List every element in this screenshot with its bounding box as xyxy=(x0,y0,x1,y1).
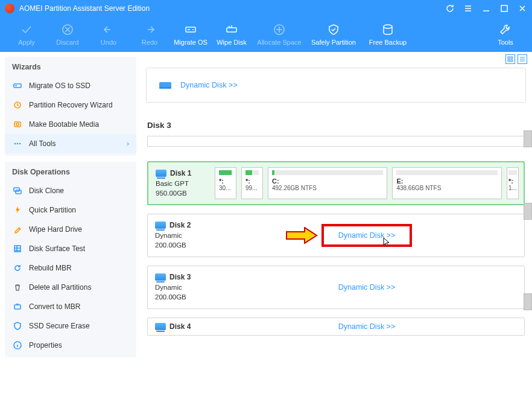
svg-rect-14 xyxy=(16,190,21,194)
sidebar-item-label: Disk Clone xyxy=(29,187,64,195)
refresh-button[interactable] xyxy=(445,4,455,13)
sidebar-item-label: Make Bootable Media xyxy=(29,120,99,129)
delete-all-icon xyxy=(12,282,23,293)
free-backup-button[interactable]: Free Backup xyxy=(361,23,415,46)
app-logo-icon xyxy=(5,4,14,13)
sidebar-item-secure-erase[interactable]: SSD Secure Erase xyxy=(5,316,136,336)
disk3-heading: Disk 3 xyxy=(147,121,525,130)
safely-partition-button[interactable]: Safely Partition xyxy=(306,23,361,46)
view-list-button[interactable] xyxy=(518,54,527,64)
sidebar-item-partition-recovery[interactable]: Partition Recovery Wizard xyxy=(5,95,136,115)
svg-rect-21 xyxy=(511,60,513,62)
partition-c[interactable]: C:492.26GB NTFS xyxy=(268,167,387,199)
sidebar-item-label: Convert to MBR xyxy=(29,302,80,311)
minimize-button[interactable] xyxy=(481,4,491,13)
quick-partition-icon xyxy=(12,205,23,215)
svg-rect-8 xyxy=(14,122,21,127)
disk-row-disk2[interactable]: Disk 2 Dynamic 200.00GB Dynamic Disk >> xyxy=(147,214,525,257)
wipe-disk-button[interactable]: Wipe Disk xyxy=(211,23,252,46)
sidebar-item-label: Properties xyxy=(29,341,62,350)
disk-icon xyxy=(155,323,166,330)
scroll-handle[interactable] xyxy=(524,203,532,220)
menu-button[interactable] xyxy=(463,4,473,13)
sidebar-item-convert-mbr[interactable]: Convert to MBR xyxy=(5,297,136,316)
surface-test-icon xyxy=(12,243,23,254)
disk-type: Basic GPT xyxy=(156,179,205,188)
annotation-arrow-icon xyxy=(285,227,318,244)
svg-rect-19 xyxy=(511,57,513,59)
disk-row-disk1[interactable]: Disk 1 Basic GPT 950.00GB *:30... *:99..… xyxy=(147,161,525,205)
safely-partition-label: Safely Partition xyxy=(311,39,356,46)
discard-icon xyxy=(61,23,74,36)
partition[interactable]: *:1... xyxy=(507,167,519,199)
backup-icon xyxy=(381,23,394,36)
app-title: AOMEI Partition Assistant Server Edition xyxy=(19,4,445,13)
sidebar-item-label: All Tools xyxy=(29,139,55,148)
migrate-os-button[interactable]: Migrate OS xyxy=(170,23,211,46)
disk-type: Dynamic xyxy=(155,282,204,292)
disk-row-disk3[interactable]: Disk 3 Dynamic 200.00GB Dynamic Disk >> xyxy=(147,266,525,309)
disk3-placeholder-bar xyxy=(147,136,525,147)
properties-icon xyxy=(12,340,23,351)
disk-icon xyxy=(156,170,166,177)
redo-button: Redo xyxy=(129,23,170,46)
svg-point-12 xyxy=(19,143,21,145)
migrate-os-icon xyxy=(184,23,197,36)
undo-icon xyxy=(102,23,115,36)
partition-e[interactable]: E:438.66GB NTFS xyxy=(392,167,502,199)
sidebar-item-label: Migrate OS to SSD xyxy=(29,81,90,90)
view-grid-button[interactable] xyxy=(505,54,515,64)
dynamic-disk-link[interactable]: Dynamic Disk >> xyxy=(338,322,395,331)
svg-rect-0 xyxy=(501,5,507,11)
disk-operations-panel: Disk Operations Disk Clone Quick Partiti… xyxy=(5,162,136,357)
disk-name: Disk 2 xyxy=(169,220,191,231)
svg-rect-18 xyxy=(508,57,510,59)
sidebar-item-surface-test[interactable]: Disk Surface Test xyxy=(5,239,136,258)
sidebar: Wizards Migrate OS to SSD Partition Reco… xyxy=(0,52,141,399)
sidebar-item-properties[interactable]: Properties xyxy=(5,336,136,355)
disk-label: Disk 3 Dynamic 200.00GB xyxy=(148,266,209,308)
apply-label: Apply xyxy=(18,39,35,46)
scroll-handle[interactable] xyxy=(524,130,532,147)
wrench-icon xyxy=(499,23,512,36)
allocate-label: Allocate Space xyxy=(257,39,301,46)
sidebar-item-label: Delete all Partitions xyxy=(29,283,91,292)
dynamic-partition-area: Dynamic Disk >> xyxy=(209,266,524,308)
partition[interactable]: *:30... xyxy=(215,167,236,199)
dynamic-disk-link[interactable]: Dynamic Disk >> xyxy=(338,283,395,292)
toolbar: Apply Discard Undo Redo Migrate OS Wipe … xyxy=(0,17,532,52)
free-backup-label: Free Backup xyxy=(369,39,407,46)
partition[interactable]: *:99... xyxy=(241,167,263,199)
wipe-disk-label: Wipe Disk xyxy=(217,39,247,46)
sidebar-item-label: Quick Partition xyxy=(29,206,76,214)
dynamic-partition-area: Dynamic Disk >> xyxy=(209,214,524,257)
sidebar-item-disk-clone[interactable]: Disk Clone xyxy=(5,181,136,200)
disk-row-disk4[interactable]: Disk 4 Dynamic Disk >> xyxy=(147,318,525,336)
dynamic-disk-link[interactable]: Dynamic Disk >> xyxy=(180,81,237,89)
svg-rect-2 xyxy=(186,27,195,32)
svg-rect-6 xyxy=(14,84,21,88)
disk-icon xyxy=(155,222,166,229)
sidebar-item-all-tools[interactable]: All Tools › xyxy=(5,134,136,153)
sidebar-item-rebuild-mbr[interactable]: Rebuild MBR xyxy=(5,258,136,278)
sidebar-item-delete-all[interactable]: Delete all Partitions xyxy=(5,278,136,297)
convert-mbr-icon xyxy=(12,301,23,312)
redo-label: Redo xyxy=(142,39,157,46)
sidebar-item-wipe-hdd[interactable]: Wipe Hard Drive xyxy=(5,220,136,239)
disk-ops-title: Disk Operations xyxy=(5,162,136,181)
svg-rect-23 xyxy=(159,87,171,89)
check-icon xyxy=(20,23,33,36)
annotation-highlight-box: Dynamic Disk >> xyxy=(321,224,412,247)
tools-button[interactable]: Tools xyxy=(485,23,526,46)
sidebar-item-bootable-media[interactable]: Make Bootable Media xyxy=(5,115,136,134)
svg-point-9 xyxy=(16,123,19,126)
close-button[interactable] xyxy=(518,4,527,13)
apply-button: Apply xyxy=(6,23,47,46)
summary-card: Dynamic Disk >> xyxy=(146,68,526,103)
sidebar-item-migrate-os-ssd[interactable]: Migrate OS to SSD xyxy=(5,76,136,95)
maximize-button[interactable] xyxy=(499,4,509,13)
disk-icon xyxy=(155,273,166,281)
disk-type: Dynamic xyxy=(155,231,204,240)
sidebar-item-quick-partition[interactable]: Quick Partition xyxy=(5,200,136,220)
scroll-handle[interactable] xyxy=(524,293,532,310)
